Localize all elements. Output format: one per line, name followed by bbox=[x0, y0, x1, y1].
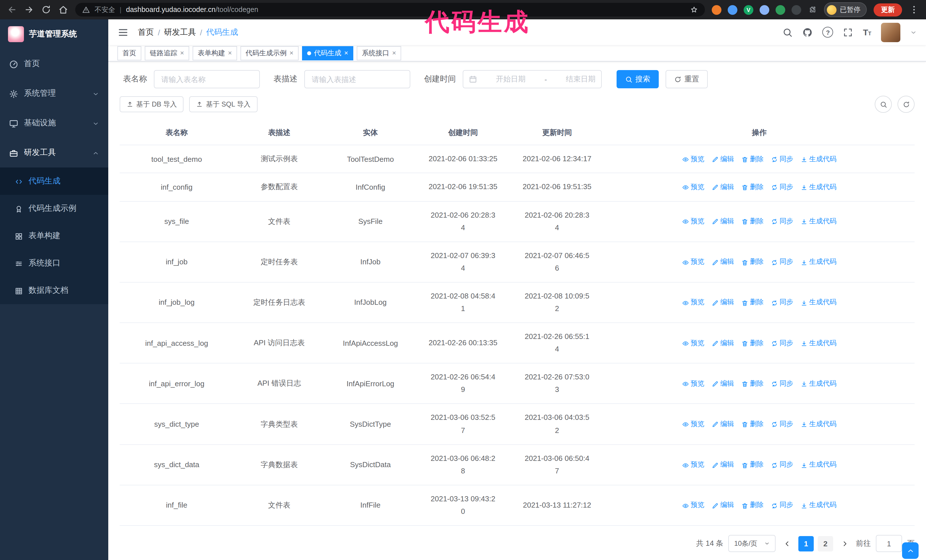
avatar-caret-icon[interactable] bbox=[910, 29, 917, 36]
toggle-search-button[interactable] bbox=[875, 96, 892, 113]
sidebar-item[interactable]: 系统管理 bbox=[0, 78, 108, 108]
tab-close-icon[interactable]: × bbox=[289, 50, 294, 57]
reset-button[interactable]: 重置 bbox=[666, 70, 708, 89]
floating-button[interactable] bbox=[902, 542, 918, 559]
table-name-input[interactable] bbox=[154, 70, 260, 89]
puzzle-extension-icon[interactable] bbox=[808, 5, 817, 15]
goto-page-input[interactable] bbox=[876, 535, 902, 552]
table-desc-input[interactable] bbox=[304, 70, 410, 89]
preview-action[interactable]: 预览 bbox=[682, 216, 704, 226]
refresh-table-button[interactable] bbox=[897, 96, 915, 113]
sync-action[interactable]: 同步 bbox=[771, 379, 793, 388]
extension-icon[interactable] bbox=[728, 5, 737, 15]
import-db-button[interactable]: 基于 DB 导入 bbox=[120, 97, 184, 113]
next-page-button[interactable] bbox=[838, 536, 851, 551]
import-sql-button[interactable]: 基于 SQL 导入 bbox=[189, 97, 257, 113]
extension-icon[interactable] bbox=[776, 5, 785, 15]
browser-menu-icon[interactable] bbox=[909, 5, 919, 15]
github-icon[interactable] bbox=[803, 27, 813, 37]
preview-action[interactable]: 预览 bbox=[682, 182, 704, 192]
delete-action[interactable]: 删除 bbox=[741, 257, 764, 267]
generate-code-action[interactable]: 生成代码 bbox=[800, 216, 837, 226]
sync-action[interactable]: 同步 bbox=[771, 154, 793, 164]
breadcrumb-item[interactable]: 代码生成 bbox=[206, 27, 238, 37]
extension-icon[interactable] bbox=[791, 5, 801, 15]
page-size-select[interactable]: 10条/页 bbox=[729, 535, 776, 552]
edit-action[interactable]: 编辑 bbox=[712, 338, 734, 348]
delete-action[interactable]: 删除 bbox=[741, 338, 764, 348]
sidebar-subitem[interactable]: 数据库文档 bbox=[0, 277, 108, 304]
generate-code-action[interactable]: 生成代码 bbox=[800, 379, 837, 388]
sync-action[interactable]: 同步 bbox=[771, 298, 793, 307]
sidebar-subitem[interactable]: 代码生成示例 bbox=[0, 195, 108, 222]
extension-icon[interactable] bbox=[712, 5, 722, 15]
sync-action[interactable]: 同步 bbox=[771, 338, 793, 348]
search-button[interactable]: 搜索 bbox=[617, 70, 659, 89]
edit-action[interactable]: 编辑 bbox=[712, 379, 734, 388]
sidebar-subitem[interactable]: 表单构建 bbox=[0, 222, 108, 249]
reload-icon[interactable] bbox=[41, 5, 51, 15]
tab-close-icon[interactable]: × bbox=[228, 50, 232, 57]
preview-action[interactable]: 预览 bbox=[682, 460, 704, 469]
preview-action[interactable]: 预览 bbox=[682, 154, 704, 164]
delete-action[interactable]: 删除 bbox=[741, 379, 764, 388]
tab[interactable]: 代码生成× bbox=[302, 46, 353, 60]
tab-close-icon[interactable]: × bbox=[180, 50, 184, 57]
sync-action[interactable]: 同步 bbox=[771, 460, 793, 469]
preview-action[interactable]: 预览 bbox=[682, 257, 704, 267]
sidebar-item[interactable]: 基础设施 bbox=[0, 108, 108, 138]
edit-action[interactable]: 编辑 bbox=[712, 216, 734, 226]
date-range-picker[interactable]: 开始日期 - 结束日期 bbox=[463, 70, 602, 89]
hamburger-icon[interactable] bbox=[117, 27, 129, 38]
bookmark-star-icon[interactable] bbox=[690, 6, 698, 14]
update-button[interactable]: 更新 bbox=[873, 3, 902, 16]
profile-badge[interactable]: 已暂停 bbox=[824, 2, 867, 17]
fullscreen-icon[interactable] bbox=[843, 27, 853, 37]
delete-action[interactable]: 删除 bbox=[741, 419, 764, 429]
tab-close-icon[interactable]: × bbox=[344, 50, 348, 57]
edit-action[interactable]: 编辑 bbox=[712, 154, 734, 164]
edit-action[interactable]: 编辑 bbox=[712, 500, 734, 510]
tab[interactable]: 首页 bbox=[117, 46, 141, 60]
sidebar-item[interactable]: 首页 bbox=[0, 49, 108, 78]
app-logo[interactable]: 芋道管理系统 bbox=[0, 20, 108, 49]
edit-action[interactable]: 编辑 bbox=[712, 257, 734, 267]
generate-code-action[interactable]: 生成代码 bbox=[800, 419, 837, 429]
tab[interactable]: 系统接口× bbox=[357, 46, 401, 60]
tab[interactable]: 代码生成示例× bbox=[241, 46, 299, 60]
preview-action[interactable]: 预览 bbox=[682, 379, 704, 388]
delete-action[interactable]: 删除 bbox=[741, 182, 764, 192]
delete-action[interactable]: 删除 bbox=[741, 500, 764, 510]
sidebar-subitem[interactable]: 系统接口 bbox=[0, 249, 108, 277]
breadcrumb-item[interactable]: 首页 bbox=[138, 27, 154, 37]
generate-code-action[interactable]: 生成代码 bbox=[800, 460, 837, 469]
edit-action[interactable]: 编辑 bbox=[712, 298, 734, 307]
sync-action[interactable]: 同步 bbox=[771, 419, 793, 429]
preview-action[interactable]: 预览 bbox=[682, 338, 704, 348]
generate-code-action[interactable]: 生成代码 bbox=[800, 338, 837, 348]
edit-action[interactable]: 编辑 bbox=[712, 460, 734, 469]
preview-action[interactable]: 预览 bbox=[682, 500, 704, 510]
breadcrumb-item[interactable]: 研发工具 bbox=[164, 27, 196, 37]
user-avatar[interactable] bbox=[881, 23, 900, 42]
tab[interactable]: 表单构建× bbox=[193, 46, 237, 60]
forward-icon[interactable] bbox=[24, 5, 34, 15]
generate-code-action[interactable]: 生成代码 bbox=[800, 182, 837, 192]
tab-close-icon[interactable]: × bbox=[392, 50, 396, 57]
prev-page-button[interactable] bbox=[781, 536, 793, 551]
preview-action[interactable]: 预览 bbox=[682, 419, 704, 429]
sync-action[interactable]: 同步 bbox=[771, 500, 793, 510]
search-icon[interactable] bbox=[783, 27, 793, 37]
page-number[interactable]: 1 bbox=[798, 536, 814, 551]
extension-icon[interactable] bbox=[760, 5, 769, 15]
delete-action[interactable]: 删除 bbox=[741, 216, 764, 226]
extension-icon[interactable]: V bbox=[744, 5, 754, 15]
sidebar-subitem[interactable]: 代码生成 bbox=[0, 168, 108, 195]
sync-action[interactable]: 同步 bbox=[771, 182, 793, 192]
generate-code-action[interactable]: 生成代码 bbox=[800, 298, 837, 307]
sync-action[interactable]: 同步 bbox=[771, 257, 793, 267]
home-icon[interactable] bbox=[58, 5, 68, 15]
generate-code-action[interactable]: 生成代码 bbox=[800, 257, 837, 267]
preview-action[interactable]: 预览 bbox=[682, 298, 704, 307]
edit-action[interactable]: 编辑 bbox=[712, 419, 734, 429]
